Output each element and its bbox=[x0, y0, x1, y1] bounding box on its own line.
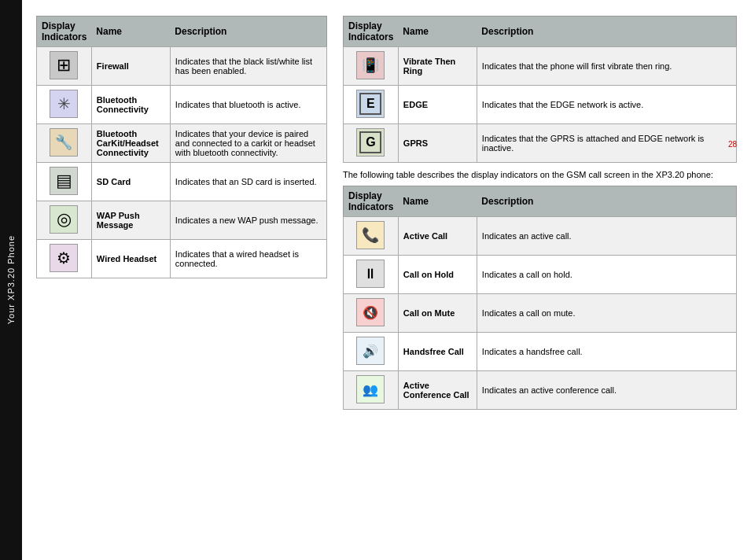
table-row: Active Conference Call Indicates an acti… bbox=[344, 371, 737, 410]
desc-cell: Indicates a handsfree call. bbox=[477, 333, 736, 371]
firewall-icon bbox=[50, 51, 78, 79]
icon-cell bbox=[344, 294, 399, 333]
name-cell: Handsfree Call bbox=[398, 333, 477, 371]
icon-cell bbox=[344, 256, 399, 294]
name-cell: Call on Mute bbox=[398, 294, 477, 333]
name-cell: Wired Headset bbox=[91, 240, 170, 278]
name-cell: Firewall bbox=[91, 47, 170, 86]
icon-cell bbox=[37, 201, 92, 240]
icon-cell bbox=[37, 163, 92, 201]
wired-headset-icon bbox=[50, 244, 78, 272]
right-bottom-header-display: Display Indicators bbox=[344, 186, 399, 217]
table-row: Firewall Indicates that the black list/w… bbox=[37, 47, 327, 86]
desc-cell: Indicates an active conference call. bbox=[477, 371, 736, 410]
vibrate-then-ring-icon bbox=[356, 51, 385, 79]
desc-cell: Indicates that the GPRS is attached and … bbox=[477, 124, 736, 163]
icon-cell bbox=[344, 124, 399, 163]
left-header-name: Name bbox=[91, 17, 170, 47]
note-text: The following table describes the displa… bbox=[343, 169, 737, 181]
right-bottom-table: Display Indicators Name Description Acti… bbox=[343, 186, 737, 410]
sidebar: Your XP3.20 Phone bbox=[0, 0, 22, 560]
right-section: Display Indicators Name Description Vibr… bbox=[343, 16, 737, 544]
sdcard-icon bbox=[50, 167, 78, 195]
wap-icon bbox=[50, 205, 78, 234]
name-cell: EDGE bbox=[398, 86, 477, 124]
table-row: WAP Push Message Indicates a new WAP pus… bbox=[37, 201, 327, 240]
desc-cell: Indicates an active call. bbox=[477, 217, 736, 256]
name-cell: WAP Push Message bbox=[91, 201, 170, 240]
call-on-mute-icon bbox=[356, 298, 385, 326]
table-row: Call on Hold Indicates a call on hold. bbox=[344, 256, 737, 294]
desc-cell: Indicates a new WAP push message. bbox=[170, 201, 326, 240]
desc-cell: Indicates that an SD card is inserted. bbox=[170, 163, 326, 201]
table-row: Wired Headset Indicates that a wired hea… bbox=[37, 240, 327, 278]
active-conference-call-icon bbox=[356, 375, 385, 403]
icon-cell bbox=[37, 124, 92, 163]
name-cell: GPRS bbox=[398, 124, 477, 163]
right-bottom-header-name: Name bbox=[398, 186, 477, 217]
desc-cell: Indicates a call on mute. bbox=[477, 294, 736, 333]
icon-cell bbox=[37, 240, 92, 278]
desc-cell: Indicates that your device is paired and… bbox=[170, 124, 326, 163]
table-row: Vibrate Then Ring Indicates that the pho… bbox=[344, 47, 737, 86]
right-top-header-name: Name bbox=[398, 17, 477, 47]
handsfree-call-icon bbox=[356, 337, 385, 365]
table-row: Bluetooth CarKit/Headset Connectivity In… bbox=[37, 124, 327, 163]
icon-cell bbox=[344, 47, 399, 86]
table-row: Handsfree Call Indicates a handsfree cal… bbox=[344, 333, 737, 371]
bluetooth-carkit-icon bbox=[50, 128, 78, 157]
right-top-table: Display Indicators Name Description Vibr… bbox=[343, 16, 737, 163]
desc-cell: Indicates that the phone will first vibr… bbox=[477, 47, 736, 86]
gprs-icon bbox=[356, 128, 385, 157]
table-row: SD Card Indicates that an SD card is ins… bbox=[37, 163, 327, 201]
active-call-icon bbox=[356, 221, 385, 249]
name-cell: Vibrate Then Ring bbox=[398, 47, 477, 86]
desc-cell: Indicates that the EDGE network is activ… bbox=[477, 86, 736, 124]
main-content: Display Indicators Name Description Fire… bbox=[22, 0, 751, 560]
left-table: Display Indicators Name Description Fire… bbox=[36, 16, 327, 278]
table-row: GPRS Indicates that the GPRS is attached… bbox=[344, 124, 737, 163]
left-header-display: Display Indicators bbox=[37, 17, 92, 47]
table-row: Bluetooth Connectivity Indicates that bl… bbox=[37, 86, 327, 124]
name-cell: Call on Hold bbox=[398, 256, 477, 294]
name-cell: SD Card bbox=[91, 163, 170, 201]
icon-cell bbox=[344, 217, 399, 256]
icon-cell bbox=[37, 47, 92, 86]
table-row: EDGE Indicates that the EDGE network is … bbox=[344, 86, 737, 124]
table-row: Active Call Indicates an active call. bbox=[344, 217, 737, 256]
desc-cell: Indicates a call on hold. bbox=[477, 256, 736, 294]
desc-cell: Indicates that bluetooth is active. bbox=[170, 86, 326, 124]
desc-cell: Indicates that the black list/white list… bbox=[170, 47, 326, 86]
call-on-hold-icon bbox=[356, 260, 385, 288]
name-cell: Bluetooth Connectivity bbox=[91, 86, 170, 124]
sidebar-label: Your XP3.20 Phone bbox=[6, 235, 16, 324]
right-top-header-display: Display Indicators bbox=[344, 17, 399, 47]
table-row: Call on Mute Indicates a call on mute. bbox=[344, 294, 737, 333]
icon-cell bbox=[344, 333, 399, 371]
name-cell: Active Conference Call bbox=[398, 371, 477, 410]
left-header-desc: Description bbox=[170, 17, 326, 47]
icon-cell bbox=[344, 371, 399, 410]
name-cell: Bluetooth CarKit/Headset Connectivity bbox=[91, 124, 170, 163]
right-top-header-desc: Description bbox=[477, 17, 736, 47]
name-cell: Active Call bbox=[398, 217, 477, 256]
edge-icon bbox=[356, 90, 385, 118]
left-section: Display Indicators Name Description Fire… bbox=[36, 16, 327, 544]
right-bottom-header-desc: Description bbox=[477, 186, 736, 217]
desc-cell: Indicates that a wired headset is connec… bbox=[170, 240, 326, 278]
icon-cell bbox=[344, 86, 399, 124]
icon-cell bbox=[37, 86, 92, 124]
page-number: 28 bbox=[728, 140, 737, 149]
bluetooth-icon bbox=[50, 90, 78, 118]
